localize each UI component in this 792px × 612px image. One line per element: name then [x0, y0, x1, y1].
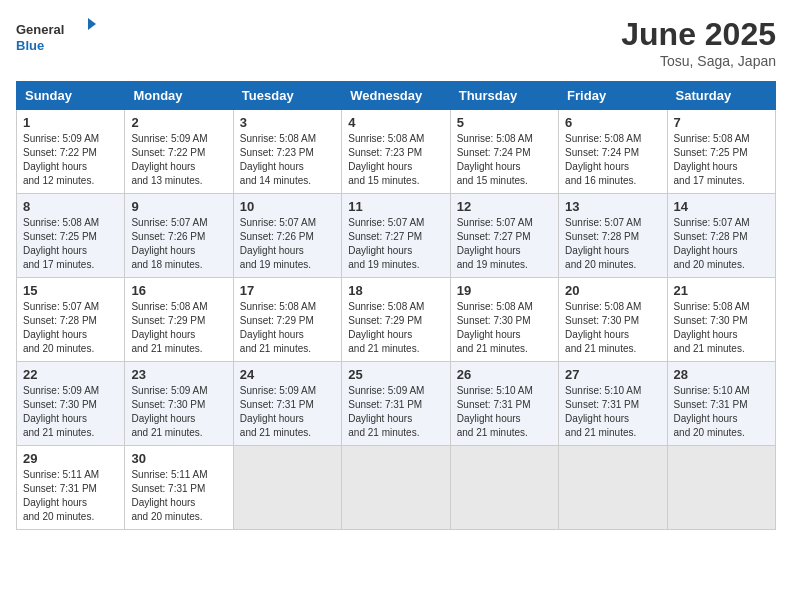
table-cell: 10Sunrise: 5:07 AMSunset: 7:26 PMDayligh… — [233, 194, 341, 278]
table-cell: 1Sunrise: 5:09 AMSunset: 7:22 PMDaylight… — [17, 110, 125, 194]
col-thursday: Thursday — [450, 82, 558, 110]
week-row: 22Sunrise: 5:09 AMSunset: 7:30 PMDayligh… — [17, 362, 776, 446]
table-cell: 6Sunrise: 5:08 AMSunset: 7:24 PMDaylight… — [559, 110, 667, 194]
svg-text:General: General — [16, 22, 64, 37]
table-cell: 3Sunrise: 5:08 AMSunset: 7:23 PMDaylight… — [233, 110, 341, 194]
col-sunday: Sunday — [17, 82, 125, 110]
table-cell: 24Sunrise: 5:09 AMSunset: 7:31 PMDayligh… — [233, 362, 341, 446]
week-row: 29Sunrise: 5:11 AMSunset: 7:31 PMDayligh… — [17, 446, 776, 530]
table-cell: 27Sunrise: 5:10 AMSunset: 7:31 PMDayligh… — [559, 362, 667, 446]
table-cell: 17Sunrise: 5:08 AMSunset: 7:29 PMDayligh… — [233, 278, 341, 362]
table-cell: 25Sunrise: 5:09 AMSunset: 7:31 PMDayligh… — [342, 362, 450, 446]
col-friday: Friday — [559, 82, 667, 110]
table-cell: 20Sunrise: 5:08 AMSunset: 7:30 PMDayligh… — [559, 278, 667, 362]
table-cell: 2Sunrise: 5:09 AMSunset: 7:22 PMDaylight… — [125, 110, 233, 194]
title-area: June 2025 Tosu, Saga, Japan — [621, 16, 776, 69]
table-cell: 14Sunrise: 5:07 AMSunset: 7:28 PMDayligh… — [667, 194, 775, 278]
table-cell: 7Sunrise: 5:08 AMSunset: 7:25 PMDaylight… — [667, 110, 775, 194]
col-saturday: Saturday — [667, 82, 775, 110]
table-cell: 4Sunrise: 5:08 AMSunset: 7:23 PMDaylight… — [342, 110, 450, 194]
table-cell: 19Sunrise: 5:08 AMSunset: 7:30 PMDayligh… — [450, 278, 558, 362]
logo-svg: General Blue — [16, 16, 96, 61]
calendar-table: Sunday Monday Tuesday Wednesday Thursday… — [16, 81, 776, 530]
header: General Blue June 2025 Tosu, Saga, Japan — [16, 16, 776, 69]
svg-text:Blue: Blue — [16, 38, 44, 53]
table-cell: 9Sunrise: 5:07 AMSunset: 7:26 PMDaylight… — [125, 194, 233, 278]
week-row: 8Sunrise: 5:08 AMSunset: 7:25 PMDaylight… — [17, 194, 776, 278]
table-cell: 29Sunrise: 5:11 AMSunset: 7:31 PMDayligh… — [17, 446, 125, 530]
table-cell — [450, 446, 558, 530]
table-cell — [667, 446, 775, 530]
table-cell: 22Sunrise: 5:09 AMSunset: 7:30 PMDayligh… — [17, 362, 125, 446]
table-cell: 5Sunrise: 5:08 AMSunset: 7:24 PMDaylight… — [450, 110, 558, 194]
table-cell: 13Sunrise: 5:07 AMSunset: 7:28 PMDayligh… — [559, 194, 667, 278]
table-cell: 11Sunrise: 5:07 AMSunset: 7:27 PMDayligh… — [342, 194, 450, 278]
month-title: June 2025 — [621, 16, 776, 53]
location-title: Tosu, Saga, Japan — [621, 53, 776, 69]
table-cell: 21Sunrise: 5:08 AMSunset: 7:30 PMDayligh… — [667, 278, 775, 362]
table-cell: 28Sunrise: 5:10 AMSunset: 7:31 PMDayligh… — [667, 362, 775, 446]
table-cell: 16Sunrise: 5:08 AMSunset: 7:29 PMDayligh… — [125, 278, 233, 362]
table-cell: 26Sunrise: 5:10 AMSunset: 7:31 PMDayligh… — [450, 362, 558, 446]
col-tuesday: Tuesday — [233, 82, 341, 110]
table-cell — [233, 446, 341, 530]
col-monday: Monday — [125, 82, 233, 110]
table-cell: 15Sunrise: 5:07 AMSunset: 7:28 PMDayligh… — [17, 278, 125, 362]
col-wednesday: Wednesday — [342, 82, 450, 110]
table-cell — [559, 446, 667, 530]
header-row: Sunday Monday Tuesday Wednesday Thursday… — [17, 82, 776, 110]
logo: General Blue — [16, 16, 96, 61]
table-cell: 12Sunrise: 5:07 AMSunset: 7:27 PMDayligh… — [450, 194, 558, 278]
table-cell — [342, 446, 450, 530]
table-cell: 18Sunrise: 5:08 AMSunset: 7:29 PMDayligh… — [342, 278, 450, 362]
table-cell: 30Sunrise: 5:11 AMSunset: 7:31 PMDayligh… — [125, 446, 233, 530]
table-cell: 23Sunrise: 5:09 AMSunset: 7:30 PMDayligh… — [125, 362, 233, 446]
table-cell: 8Sunrise: 5:08 AMSunset: 7:25 PMDaylight… — [17, 194, 125, 278]
week-row: 1Sunrise: 5:09 AMSunset: 7:22 PMDaylight… — [17, 110, 776, 194]
week-row: 15Sunrise: 5:07 AMSunset: 7:28 PMDayligh… — [17, 278, 776, 362]
